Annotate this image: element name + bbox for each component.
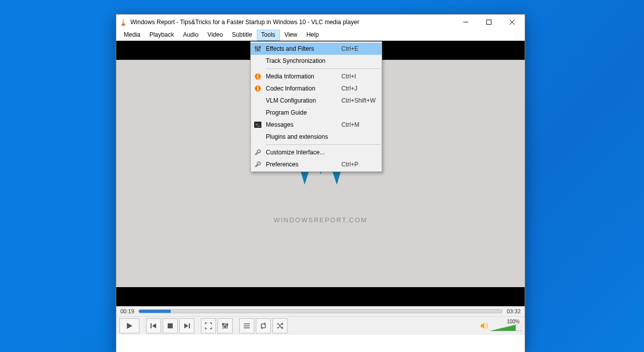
menu-playback[interactable]: Playback <box>145 30 179 41</box>
svg-rect-37 <box>257 86 258 87</box>
menu-item-label: Effects and Filters <box>265 45 341 52</box>
seek-progress <box>139 310 171 313</box>
svg-marker-10 <box>152 323 156 328</box>
menu-item-label: Plugins and extensions <box>265 133 341 140</box>
menu-item-label: Codec Information <box>265 85 341 92</box>
svg-point-31 <box>259 47 261 48</box>
tools-dropdown: Effects and FiltersCtrl+ETrack Synchroni… <box>250 41 382 172</box>
svg-text:>_: >_ <box>256 123 260 127</box>
desktop-background: Windows Report - Tips&Tricks for a Faste… <box>0 0 644 352</box>
tools-item-media-information[interactable]: Media InformationCtrl+I <box>251 70 382 82</box>
menu-help[interactable]: Help <box>302 30 323 41</box>
menu-item-label: Program Guide <box>265 109 341 116</box>
stop-button[interactable] <box>163 318 178 333</box>
menu-item-label: Preferences <box>265 161 341 168</box>
previous-button[interactable] <box>146 318 161 333</box>
playlist-button[interactable] <box>239 318 254 333</box>
svg-marker-24 <box>490 325 516 331</box>
tools-item-plugins-and-extensions[interactable]: Plugins and extensions <box>251 131 382 143</box>
fullscreen-button[interactable] <box>201 318 216 333</box>
elapsed-time[interactable]: 00:19 <box>120 308 134 314</box>
tools-item-messages[interactable]: >_MessagesCtrl+M <box>251 119 382 131</box>
tools-item-track-synchronization[interactable]: Track Synchronization <box>251 55 382 67</box>
video-brand-text: WINDOWSREPORT.COM <box>273 216 367 224</box>
tools-item-customize-interface[interactable]: Customize Interface... <box>251 146 382 158</box>
svg-marker-25 <box>516 324 522 331</box>
menu-item-shortcut: Ctrl+Shift+W <box>341 97 382 104</box>
extended-settings-button[interactable] <box>218 318 233 333</box>
terminal-icon: >_ <box>251 122 265 128</box>
controls-row: 100% <box>116 316 525 335</box>
menu-item-shortcut: Ctrl+J <box>341 85 382 92</box>
menu-media[interactable]: Media <box>119 30 145 41</box>
svg-point-29 <box>255 47 257 49</box>
speaker-icon[interactable] <box>480 322 488 330</box>
tools-item-vlm-configuration[interactable]: VLM ConfigurationCtrl+Shift+W <box>251 95 382 107</box>
close-button[interactable] <box>500 15 524 30</box>
svg-rect-13 <box>189 323 190 328</box>
wrench-icon <box>251 149 265 156</box>
titlebar[interactable]: Windows Report - Tips&Tricks for a Faste… <box>116 15 525 30</box>
maximize-button[interactable] <box>477 15 500 30</box>
menu-audio[interactable]: Audio <box>178 30 203 41</box>
tools-item-codec-information[interactable]: Codec InformationCtrl+J <box>251 82 382 95</box>
menu-item-label: Messages <box>265 121 341 128</box>
play-button[interactable] <box>119 318 139 333</box>
menu-item-shortcut: Ctrl+M <box>341 121 382 128</box>
window-title: Windows Report - Tips&Tricks for a Faste… <box>130 19 454 26</box>
shuffle-button[interactable] <box>272 318 288 333</box>
menu-item-shortcut: Ctrl+E <box>341 45 382 52</box>
svg-rect-5 <box>487 20 491 25</box>
svg-marker-12 <box>184 323 188 328</box>
seekbar-row: 00:19 03:32 <box>116 306 525 316</box>
svg-rect-3 <box>122 23 124 23</box>
svg-rect-2 <box>122 21 124 21</box>
menu-tools[interactable]: Tools <box>257 30 280 41</box>
menu-item-shortcut: Ctrl+P <box>341 161 382 168</box>
volume-percent: 100% <box>507 319 520 324</box>
svg-marker-8 <box>127 323 132 329</box>
svg-point-19 <box>227 324 228 326</box>
svg-point-18 <box>225 326 226 328</box>
menu-item-label: Track Synchronization <box>265 57 341 64</box>
svg-marker-0 <box>122 19 125 25</box>
svg-rect-36 <box>257 88 258 91</box>
vlc-cone-icon <box>119 18 127 26</box>
menu-item-label: Media Information <box>265 73 341 80</box>
menu-video[interactable]: Video <box>203 30 227 41</box>
menu-view[interactable]: View <box>280 30 302 41</box>
menu-item-label: VLM Configuration <box>265 97 341 104</box>
volume-slider[interactable] <box>490 324 522 333</box>
info-icon <box>251 73 265 80</box>
minimize-button[interactable] <box>454 15 477 30</box>
svg-point-30 <box>257 49 259 51</box>
svg-rect-34 <box>257 74 258 75</box>
svg-rect-9 <box>151 323 152 328</box>
tools-item-preferences[interactable]: PreferencesCtrl+P <box>251 158 382 170</box>
tools-item-program-guide[interactable]: Program Guide <box>251 107 382 119</box>
menu-item-label: Customize Interface... <box>265 149 341 156</box>
svg-point-17 <box>223 324 224 325</box>
loop-button[interactable] <box>256 318 271 333</box>
menu-separator <box>266 144 380 145</box>
total-time[interactable]: 03:32 <box>507 308 521 314</box>
svg-rect-1 <box>121 25 125 26</box>
svg-marker-23 <box>481 323 484 329</box>
next-button[interactable] <box>179 318 194 333</box>
menubar: MediaPlaybackAudioVideoSubtitleToolsView… <box>116 30 525 41</box>
sliders-icon <box>251 45 265 52</box>
menu-item-shortcut: Ctrl+I <box>341 73 382 80</box>
menu-separator <box>266 68 380 69</box>
info-icon <box>251 85 265 92</box>
letterbox-bottom <box>116 287 525 306</box>
menu-subtitle[interactable]: Subtitle <box>228 30 257 41</box>
svg-rect-11 <box>168 323 173 328</box>
wrench-icon <box>251 161 265 168</box>
seek-slider[interactable] <box>138 309 503 313</box>
tools-item-effects-and-filters[interactable]: Effects and FiltersCtrl+E <box>251 43 382 55</box>
svg-rect-33 <box>257 76 258 78</box>
